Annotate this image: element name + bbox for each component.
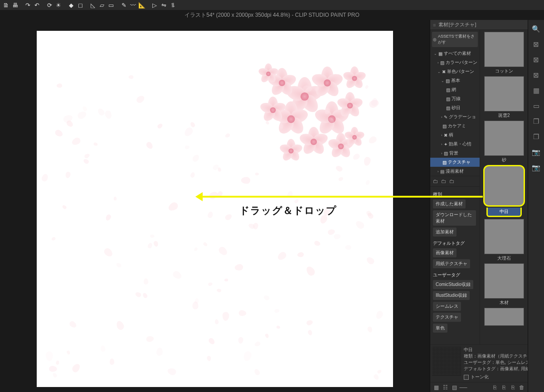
- trash-icon[interactable]: 🗑: [519, 384, 525, 391]
- tree-item-カケアミ[interactable]: ▨カケアミ: [430, 121, 480, 131]
- flip-v-icon[interactable]: ⥮: [169, 1, 177, 9]
- tag-chip[interactable]: ダウンロードした素材: [433, 210, 476, 226]
- petal: [56, 83, 62, 88]
- petal: [113, 197, 117, 201]
- tree-item-漫画素材[interactable]: ›▤漫画素材: [430, 167, 480, 176]
- layers-icon[interactable]: ❐: [531, 116, 542, 127]
- tree-item-背景[interactable]: ›▨背景: [430, 149, 480, 158]
- view-grid-icon[interactable]: ▦: [433, 384, 439, 391]
- material-thumb-extra[interactable]: [483, 308, 525, 326]
- shape1-icon[interactable]: ◺: [89, 1, 97, 9]
- tag-chip[interactable]: 画像素材: [433, 248, 457, 257]
- assets-search-button[interactable]: ◎ ASSETSで素材をさがす: [432, 32, 478, 47]
- caret-icon: ›: [441, 142, 442, 146]
- paste-icon[interactable]: ⎘: [491, 384, 498, 391]
- tag-chip[interactable]: 追加素材: [433, 227, 457, 237]
- close-box-icon[interactable]: ⊠: [531, 54, 542, 65]
- material-thumb-コットン[interactable]: コットン: [483, 32, 525, 74]
- petal: [208, 337, 216, 345]
- canvas[interactable]: [37, 31, 393, 387]
- camera-icon[interactable]: 📷: [531, 162, 542, 173]
- view-detail-icon[interactable]: ▤: [451, 384, 457, 391]
- tag-chip[interactable]: 単色: [433, 324, 447, 333]
- tag-chip[interactable]: 作成した素材: [433, 199, 466, 208]
- undo-icon[interactable]: ↶: [33, 1, 41, 9]
- refresh-icon[interactable]: ⟳: [45, 1, 53, 9]
- tree-item-単色パターン[interactable]: ⌄✖単色パターン: [430, 67, 480, 76]
- tag-chip[interactable]: 用紙テクスチャ: [433, 259, 470, 268]
- petal: [109, 358, 114, 365]
- folder-new-icon[interactable]: 🗀: [433, 178, 438, 184]
- crop-icon[interactable]: ◻: [76, 1, 84, 9]
- curve-icon[interactable]: 〰: [129, 1, 137, 9]
- petal: [375, 310, 384, 320]
- tree-type-icon: ▨: [444, 151, 448, 156]
- bucket-icon[interactable]: ◆: [67, 1, 75, 9]
- material-detail: 中目 種類：画像素材（用紙テクスチャ） ユーザータグ：単色, シームレス, テク…: [430, 344, 528, 382]
- petal: [306, 319, 313, 326]
- material-thumb-砂[interactable]: 砂: [483, 121, 525, 163]
- tree-item-網[interactable]: ▨網: [430, 85, 480, 94]
- document-title: イラスト54* (2000 x 2000px 350dpi 44.8%) - C…: [185, 11, 359, 19]
- petal: [207, 211, 214, 219]
- pen-icon[interactable]: ✎: [120, 1, 128, 9]
- tree-item-万線[interactable]: ▨万線: [430, 94, 480, 103]
- petal: [105, 213, 112, 221]
- sun-icon[interactable]: ☀: [54, 1, 63, 9]
- petal: [77, 110, 88, 121]
- material-thumb-斑雲2[interactable]: 斑雲2: [483, 76, 525, 119]
- copy-icon[interactable]: ⎘: [500, 384, 507, 391]
- caret-icon: ⌄: [441, 79, 444, 83]
- tree-item-すべての素材[interactable]: ⌄▦すべての素材: [430, 49, 480, 58]
- material-thumb-木材[interactable]: 木材: [483, 263, 525, 306]
- view-list-icon[interactable]: ☷: [442, 384, 448, 391]
- settings-icon[interactable]: ⎘: [510, 384, 516, 391]
- petal: [354, 219, 365, 230]
- petal: [156, 347, 164, 356]
- layers-icon[interactable]: ❐: [531, 131, 542, 142]
- tree-label: 網: [452, 87, 456, 93]
- petal: [314, 240, 321, 247]
- tree-item-テクスチャ[interactable]: ▨テクスチャ: [430, 158, 480, 167]
- tree-item-効果・心情[interactable]: ›✦効果・心情: [430, 140, 480, 149]
- slider-icon[interactable]: ──: [460, 384, 466, 391]
- folder-del-icon[interactable]: 🗀: [449, 178, 455, 184]
- checkbox-icon[interactable]: [464, 375, 469, 380]
- caret-icon: ⌄: [434, 52, 437, 56]
- material-thumb-大理石[interactable]: 大理石: [483, 219, 525, 261]
- petal: [157, 122, 164, 129]
- petal: [62, 204, 67, 210]
- redo-icon[interactable]: ↷: [24, 1, 32, 9]
- ruler-icon[interactable]: 📐: [138, 1, 146, 9]
- tag-chip[interactable]: IllustStudio収録: [433, 291, 470, 300]
- folder-icon[interactable]: 🗀: [441, 178, 447, 184]
- flip-h-icon[interactable]: ⇋: [160, 1, 168, 9]
- tree-item-カラーパターン[interactable]: ›▨カラーパターン: [430, 58, 480, 67]
- tree-item-砂目[interactable]: ▨砂目: [430, 103, 480, 112]
- tree-item-グラデーショ[interactable]: ›✎グラデーショ: [430, 112, 480, 121]
- tag-chip[interactable]: ComicStudio収録: [433, 280, 473, 289]
- material-thumb-中目[interactable]: 中目: [483, 165, 525, 217]
- search-icon[interactable]: 🔍: [531, 24, 542, 34]
- close-box-icon[interactable]: ⊠: [531, 39, 542, 50]
- tree-item-柄[interactable]: ›✖柄: [430, 131, 480, 140]
- tag-chip[interactable]: シームレス: [433, 302, 461, 311]
- camera-icon[interactable]: 📷: [531, 147, 542, 158]
- caret-icon: ›: [437, 169, 439, 174]
- tree-label: グラデーショ: [449, 114, 476, 120]
- grid-icon[interactable]: ▦: [531, 85, 542, 96]
- close-box-icon[interactable]: ⊠: [531, 70, 542, 81]
- tree-type-icon: ▨: [446, 97, 450, 102]
- petal: [297, 252, 304, 257]
- rect-stack-icon[interactable]: ▭: [531, 101, 542, 111]
- play-icon[interactable]: ▷: [151, 1, 159, 9]
- rect-icon[interactable]: ▭: [107, 1, 115, 9]
- tree-type-icon: ✖: [442, 69, 446, 74]
- tree-type-icon: ▨: [440, 60, 444, 65]
- tree-item-基本[interactable]: ⌄▨基本: [430, 76, 480, 85]
- print-icon[interactable]: 🖶: [11, 1, 19, 9]
- shape2-icon[interactable]: ▱: [98, 1, 106, 9]
- tag-chip[interactable]: テクスチャ: [433, 313, 461, 322]
- right-icon-column: 🔍⊠⊠⊠▦▭❐❐📷📷: [528, 20, 544, 392]
- file-icon[interactable]: 🗎: [2, 1, 10, 9]
